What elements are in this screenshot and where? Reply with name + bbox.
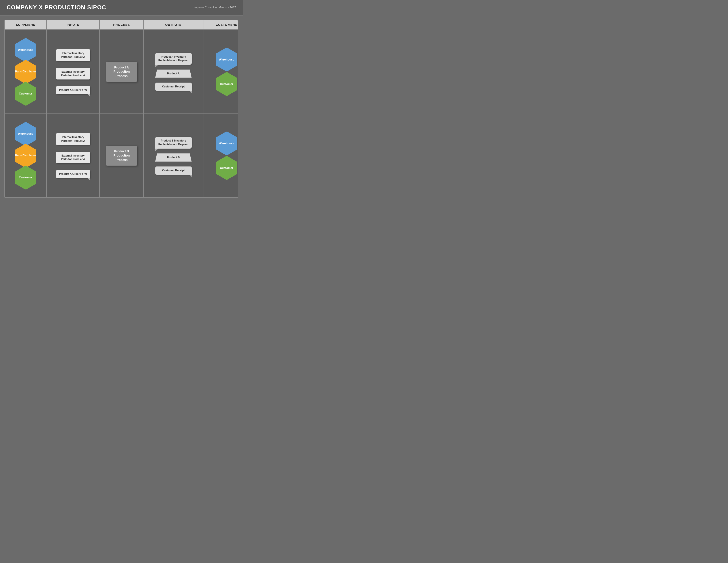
output-doc-1a: Product A Inventory Replenishment Reques… <box>155 53 192 65</box>
suppliers-cell-2: Warehouse Parts Distributor Customer <box>5 114 47 197</box>
output-trap-1b: Product A <box>155 70 192 78</box>
header-subtitle: Improve Consulting Group - 2017 <box>194 6 236 9</box>
hex-cust-customer-1: Customer <box>216 78 237 90</box>
hex-warehouse-2: Warehouse <box>15 128 36 140</box>
hex-parts-dist-2: Parts Distributor <box>15 150 36 162</box>
process-box-2: Product B Production Process <box>106 146 137 166</box>
hex-cust-warehouse-2: Warehouse <box>216 137 237 149</box>
input-box-1b: External Inventory Parts for Product A <box>56 68 90 80</box>
process-box-1: Product A Production Process <box>106 62 137 82</box>
input-box-1a: Internal Inventory Parts for Product A <box>56 49 90 61</box>
outputs-cell-1: Product A Inventory Replenishment Reques… <box>144 30 203 113</box>
hex-cust-warehouse-1: Warehouse <box>216 53 237 66</box>
outputs-cell-2: Product B Inventory Replenishment Reques… <box>144 114 203 197</box>
header: COMPANY X PRODUCTION SIPOC Improve Consu… <box>0 0 243 15</box>
process-cell-2: Product B Production Process <box>100 114 144 197</box>
diagram-container: SUPPLIERS INPUTS PROCESS OUTPUTS CUSTOME… <box>4 20 238 198</box>
output-doc-2a: Product B Inventory Replenishment Reques… <box>155 137 192 148</box>
column-headers: SUPPLIERS INPUTS PROCESS OUTPUTS CUSTOME… <box>5 20 238 30</box>
output-trap-2b: Product B <box>155 153 192 162</box>
col-header-process: PROCESS <box>100 20 144 29</box>
customers-cell-2: Warehouse Customer <box>203 114 238 197</box>
suppliers-cell-1: Warehouse Parts Distributor Customer <box>5 30 47 113</box>
col-header-customers: CUSTOMERS <box>203 20 238 29</box>
hex-warehouse-1: Warehouse <box>15 44 36 56</box>
input-box-1c: Product A Order Form <box>56 86 90 94</box>
col-header-suppliers: SUPPLIERS <box>5 20 47 29</box>
flow-row-1: Warehouse Parts Distributor Customer <box>5 30 238 113</box>
col-header-inputs: INPUTS <box>47 20 100 29</box>
hex-cust-customer-2: Customer <box>216 162 237 174</box>
inputs-cell-1: Internal Inventory Parts for Product A E… <box>47 30 100 113</box>
process-cell-1: Product A Production Process <box>100 30 144 113</box>
input-box-2b: External Inventory Parts for Product A <box>56 152 90 164</box>
output-curl-2c: Customer Receipt <box>155 166 192 175</box>
output-curl-1c: Customer Receipt <box>155 83 192 91</box>
hex-parts-dist-1: Parts Distributor <box>15 66 36 78</box>
flow-row-2: Warehouse Parts Distributor Customer <box>5 113 238 197</box>
input-box-2c: Product A Order Form <box>56 170 90 178</box>
page-title: COMPANY X PRODUCTION SIPOC <box>7 4 106 11</box>
input-box-2a: Internal Inventory Parts for Product A <box>56 133 90 145</box>
customers-cell-1: Warehouse Customer <box>203 30 238 113</box>
hex-customer-1: Customer <box>15 88 36 100</box>
inputs-cell-2: Internal Inventory Parts for Product A E… <box>47 114 100 197</box>
hex-customer-2: Customer <box>15 171 36 184</box>
col-header-outputs: OUTPUTS <box>144 20 203 29</box>
